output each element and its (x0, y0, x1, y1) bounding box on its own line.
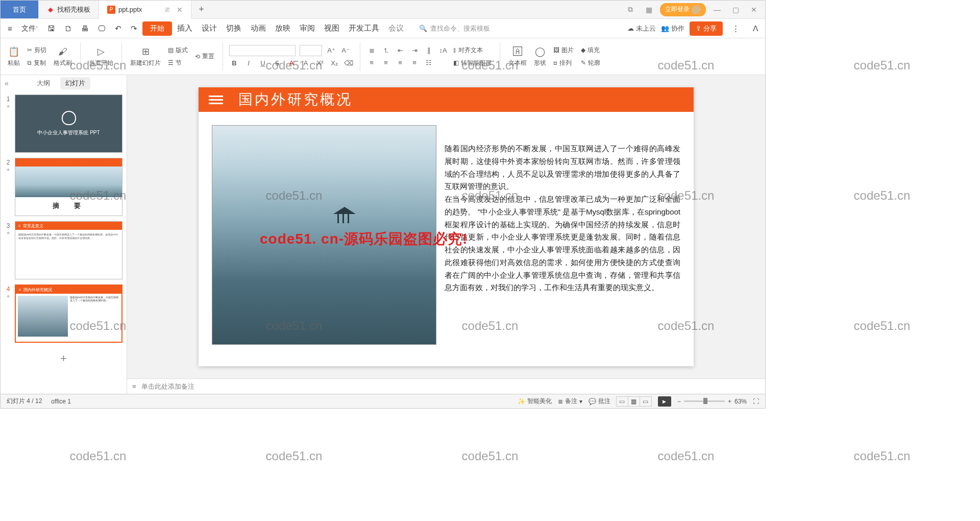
reading-view-icon[interactable]: ▭ (640, 396, 652, 407)
align-right-icon[interactable]: ≡ (395, 58, 405, 68)
slides-tab[interactable]: 幻灯片 (60, 77, 90, 89)
smart-graphic-button[interactable]: ◧转智能图形 (451, 58, 494, 68)
print-preview-icon[interactable]: 🖵 (94, 21, 110, 36)
tab-meeting[interactable]: 会议 (384, 20, 408, 36)
tab-insert[interactable]: 插入 (173, 20, 197, 36)
align-left-icon[interactable]: ≡ (366, 58, 377, 68)
sorter-view-icon[interactable]: ▦ (628, 396, 640, 407)
decrease-font-icon[interactable]: A⁻ (340, 45, 351, 56)
collapse-panel-icon[interactable]: « (5, 79, 9, 87)
more-icon[interactable]: ⋮ (728, 21, 744, 36)
text-dir-icon[interactable]: ↕A (438, 45, 448, 56)
maximize-icon[interactable]: ▢ (728, 3, 743, 17)
slideshow-button[interactable]: ▶ (658, 396, 671, 407)
strike-icon[interactable]: S̶ (272, 58, 282, 68)
align-justify-icon[interactable]: ≡ (409, 58, 420, 68)
tab-start[interactable]: 开始 (142, 21, 172, 36)
cloud-status[interactable]: ☁未上云 (627, 24, 656, 33)
print-icon[interactable]: 🖶 (77, 21, 93, 36)
zoom-slider[interactable] (684, 400, 725, 402)
clear-format-icon[interactable]: ⌫ (344, 58, 354, 68)
tab-design[interactable]: 设计 (198, 20, 221, 36)
shape-button[interactable]: ◯形状 (532, 44, 548, 68)
subscript-icon[interactable]: X₂ (329, 58, 339, 68)
reset-button[interactable]: ⟲重置 (193, 51, 216, 62)
section-button[interactable]: ☰节 (166, 58, 190, 68)
cut-button[interactable]: ✂剪切 (25, 45, 48, 56)
format-painter-button[interactable]: 🖌格式刷 (52, 44, 74, 68)
new-slide-button[interactable]: ⊞新建幻灯片 (128, 44, 163, 68)
fit-window-icon[interactable]: ⛶ (753, 398, 759, 405)
tab-home[interactable]: 首页 (1, 1, 39, 18)
apps-icon[interactable]: ▦ (642, 3, 656, 17)
image-button[interactable]: 🖼图片 (551, 45, 576, 56)
font-family-select[interactable] (229, 45, 296, 56)
notes-toggle-icon[interactable]: ≡ (132, 383, 136, 390)
slide-thumb-1[interactable]: 中小企业人事管理系统 PPT (15, 94, 122, 153)
slide-thumb-4[interactable]: ≡国内外研究概况 随着国内经济形势的不断发展，中国互联网进入了一个难得的高峰发展… (15, 285, 122, 343)
tab-anim[interactable]: 动画 (247, 20, 270, 36)
increase-font-icon[interactable]: A⁺ (326, 45, 336, 56)
redo-icon[interactable]: ↷ (127, 21, 141, 36)
underline-icon[interactable]: U (258, 58, 268, 68)
textbox-button[interactable]: 🄰文本框 (506, 44, 529, 68)
number-list-icon[interactable]: ⒈ (381, 45, 391, 56)
menu-file[interactable]: 文件 ˅ (17, 21, 42, 36)
tab-review[interactable]: 审阅 (296, 20, 319, 36)
tab-play[interactable]: 放映 (271, 20, 295, 36)
collab-button[interactable]: 👥协作 (661, 24, 684, 33)
tab-document[interactable]: P ppt.pptx ⎚ ✕ (99, 1, 191, 19)
slide-thumb-3[interactable]: ≡背景及意义 随着国内经济形势的不断发展，中国互联网进入了一个难得的高峰发展时期… (15, 221, 122, 279)
layout-icon[interactable]: ⧉ (623, 3, 638, 17)
bullet-list-icon[interactable]: ≣ (366, 45, 377, 56)
zoom-value[interactable]: 63% (734, 398, 747, 405)
notes-toggle[interactable]: ≣备注 ▾ (558, 397, 582, 406)
arrange-button[interactable]: ⧈排列 (551, 58, 576, 68)
bold-icon[interactable]: B (229, 58, 239, 68)
zoom-out-icon[interactable]: − (677, 398, 681, 405)
tab-templates[interactable]: ◆ 找稻壳模板 (39, 1, 99, 18)
outline-tab[interactable]: 大纲 (37, 79, 50, 88)
layout-button[interactable]: ▤版式 (166, 45, 190, 56)
indent-dec-icon[interactable]: ⇤ (395, 45, 405, 56)
tab-close-icon[interactable]: ✕ (177, 6, 183, 14)
present-icon[interactable]: ⎚ (165, 6, 169, 13)
slide-thumb-2[interactable]: 摘 要 (15, 158, 122, 216)
font-size-select[interactable] (300, 45, 322, 56)
zoom-in-icon[interactable]: + (728, 398, 731, 405)
minimize-icon[interactable]: — (710, 3, 724, 17)
fill-button[interactable]: ◆填充 (579, 45, 602, 56)
line-height-icon[interactable]: ‖ (424, 45, 434, 56)
undo-icon[interactable]: ↶ (111, 21, 126, 36)
menu-icon[interactable]: ≡ (4, 21, 16, 36)
from-current-button[interactable]: ▷当页开始 (87, 44, 115, 68)
copy-button[interactable]: ⧉复制 (25, 58, 48, 68)
new-tab-button[interactable]: + (191, 1, 211, 18)
tab-view[interactable]: 视图 (320, 20, 344, 36)
italic-icon[interactable]: I (243, 58, 254, 68)
add-slide-button[interactable]: + (5, 348, 122, 369)
align-center-icon[interactable]: ≡ (381, 58, 391, 68)
columns-icon[interactable]: ☷ (424, 58, 434, 68)
outline-button[interactable]: ✎轮廓 (579, 58, 602, 68)
font-color-icon[interactable]: A (286, 58, 297, 68)
tab-switch[interactable]: 切换 (222, 20, 246, 36)
share-button[interactable]: ⇪分享 (690, 21, 723, 36)
notes-bar[interactable]: ≡ 单击此处添加备注 (127, 378, 765, 394)
save-as-icon[interactable]: 🗋 (60, 21, 76, 36)
search-input[interactable]: 🔍 查找命令、搜索模板 (419, 24, 490, 33)
slide-canvas[interactable]: 国内外研究概况 随着国内经济形势的不断发展，中国互联网 (127, 75, 765, 378)
login-button[interactable]: 立即登录 (660, 3, 706, 16)
save-icon[interactable]: 🖫 (43, 21, 59, 36)
normal-view-icon[interactable]: ▭ (616, 396, 628, 407)
beautify-button[interactable]: ✨智能美化 (518, 397, 552, 406)
paste-button[interactable]: 📋粘贴 (6, 44, 22, 68)
highlight-icon[interactable]: A (301, 58, 311, 68)
superscript-icon[interactable]: X² (315, 58, 325, 68)
tab-dev[interactable]: 开发工具 (345, 20, 383, 36)
close-icon[interactable]: ✕ (747, 3, 761, 17)
comments-toggle[interactable]: 💬批注 (589, 397, 610, 406)
collapse-ribbon-icon[interactable]: ᐱ (749, 21, 762, 36)
align-text-button[interactable]: ⫿对齐文本 (451, 45, 494, 56)
indent-inc-icon[interactable]: ⇥ (409, 45, 420, 56)
